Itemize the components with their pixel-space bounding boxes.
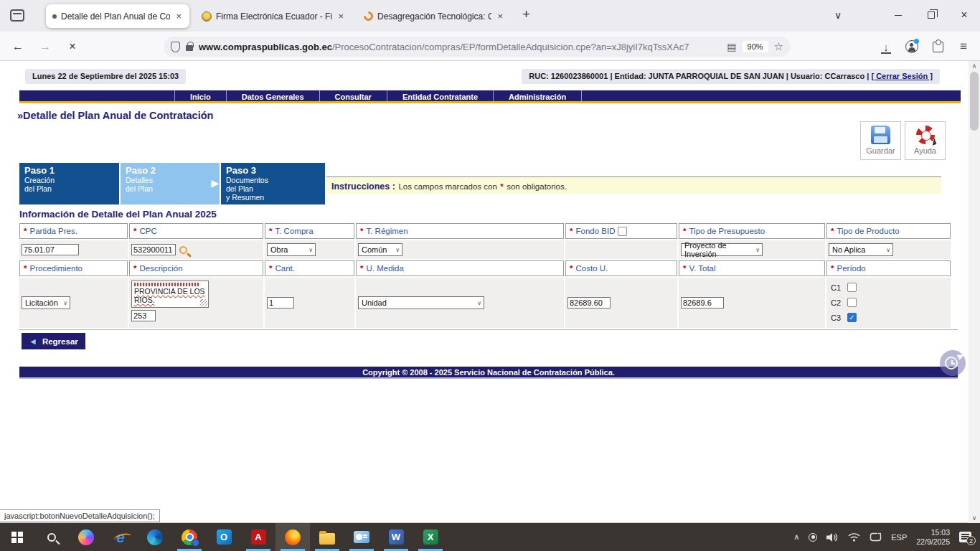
help-button[interactable]: Ayuda bbox=[905, 121, 946, 160]
hidden-icons-chevron-icon[interactable]: ∧ bbox=[793, 532, 799, 542]
wifi-icon[interactable] bbox=[848, 532, 860, 542]
tab-title: Firma Electrónica Ecuador - Firm bbox=[216, 11, 332, 22]
save-label: Guardar bbox=[866, 146, 895, 155]
address-bar[interactable]: www.compraspublicas.gob.ec/ProcesoContra… bbox=[164, 37, 791, 57]
taskbar-internet-explorer-button[interactable]: e bbox=[103, 523, 138, 551]
taskbar-report-app-button[interactable] bbox=[344, 523, 379, 551]
new-tab-button[interactable]: + bbox=[522, 6, 530, 22]
cell-vtotal bbox=[679, 278, 825, 328]
record-dot-icon[interactable] bbox=[809, 533, 817, 542]
scroll-up-icon[interactable]: ∧ bbox=[969, 62, 980, 70]
tab-desagregacion[interactable]: Desagregación Tecnológica: Cál × bbox=[357, 4, 511, 28]
url-text[interactable]: www.compraspublicas.gob.ec/ProcesoContra… bbox=[199, 42, 721, 52]
tpresupuesto-select[interactable]: Proyecto de Inversión∨ bbox=[681, 243, 763, 256]
header-label: U. Medida bbox=[366, 264, 403, 273]
taskbar-excel-button[interactable]: X bbox=[413, 523, 448, 551]
selected-value: Proyecto de Inversión bbox=[684, 241, 751, 258]
scrollbar-thumb[interactable] bbox=[970, 72, 979, 131]
c3-checkbox-checked[interactable]: ✓ bbox=[847, 313, 857, 322]
window-minimize-button[interactable]: ─ bbox=[882, 3, 914, 27]
tcompra-select[interactable]: Obra∨ bbox=[267, 243, 316, 256]
notifications-icon[interactable]: 2 bbox=[959, 532, 971, 542]
taskbar-edge-button[interactable] bbox=[138, 523, 172, 551]
window-restore-button[interactable] bbox=[915, 3, 947, 27]
nav-item-datos-generales[interactable]: Datos Generales bbox=[227, 90, 320, 101]
taskbar-copilot-button[interactable] bbox=[69, 523, 103, 551]
umedida-select[interactable]: Unidad∨ bbox=[358, 296, 484, 309]
step-3-box[interactable]: Paso 3 Documentos del Plan y Resumen bbox=[221, 163, 325, 204]
stop-loading-button[interactable]: × bbox=[63, 37, 82, 56]
tab-close-icon[interactable]: × bbox=[336, 11, 345, 22]
speaker-icon[interactable] bbox=[826, 532, 839, 542]
regresar-button[interactable]: ◄ Regresar bbox=[22, 333, 85, 349]
step-1-box[interactable]: Paso 1 Creación del Plan bbox=[19, 163, 119, 204]
firefox-view-icon[interactable] bbox=[10, 9, 24, 22]
page-title: »Detalle del Plan Anual de Contratación bbox=[17, 110, 213, 121]
header-label: Tipo de Presupuesto bbox=[689, 227, 765, 235]
taskbar-file-explorer-button[interactable] bbox=[310, 523, 344, 551]
language-indicator[interactable]: ESP bbox=[891, 533, 907, 542]
tracking-shield-icon[interactable] bbox=[171, 42, 180, 52]
list-all-tabs-icon[interactable]: ∨ bbox=[822, 3, 854, 27]
zoom-level-chip[interactable]: 90% bbox=[743, 41, 768, 52]
procedimiento-select[interactable]: Licitación∨ bbox=[22, 296, 70, 309]
tab-close-icon[interactable]: × bbox=[174, 11, 183, 22]
tproducto-select[interactable]: No Aplica∨ bbox=[829, 243, 893, 256]
cant-input[interactable] bbox=[267, 297, 294, 309]
partida-input[interactable] bbox=[22, 244, 79, 255]
costo-unitario-input[interactable] bbox=[567, 297, 611, 309]
tab-close-icon[interactable]: × bbox=[496, 11, 504, 22]
nav-item-administracion[interactable]: Administración bbox=[494, 90, 582, 101]
logout-link[interactable]: [ Cerrar Sesión ] bbox=[871, 72, 933, 80]
separator: | bbox=[786, 72, 788, 80]
window-close-button[interactable]: × bbox=[948, 3, 980, 27]
save-button[interactable]: Guardar bbox=[860, 121, 901, 160]
display-connect-icon[interactable] bbox=[870, 532, 882, 542]
tab-firma-electronica[interactable]: Firma Electrónica Ecuador - Firm × bbox=[195, 4, 352, 28]
hamburger-menu-icon[interactable]: ≡ bbox=[954, 38, 973, 55]
cpc-input[interactable] bbox=[131, 244, 176, 255]
required-asterisk: * bbox=[831, 264, 834, 273]
acrobat-icon: A bbox=[251, 529, 266, 545]
page-scrollbar[interactable]: ∧ ∨ bbox=[969, 61, 980, 523]
step-2-box-active[interactable]: Paso 2 Detalles del Plan ▶ bbox=[121, 163, 220, 204]
tab-detalle-plan[interactable]: Detalle del Plan Anual de Contr × bbox=[46, 4, 189, 28]
c2-checkbox[interactable] bbox=[847, 298, 857, 307]
taskbar-acrobat-button[interactable]: A bbox=[241, 523, 275, 551]
cpc-search-magnifier-icon[interactable] bbox=[179, 246, 187, 254]
header-partida: *Partida Pres. bbox=[19, 223, 128, 239]
search-icon bbox=[47, 533, 56, 542]
taskbar-word-button[interactable]: W bbox=[379, 523, 413, 551]
lock-icon[interactable] bbox=[186, 45, 193, 51]
extensions-puzzle-icon[interactable] bbox=[928, 38, 947, 55]
c1-checkbox[interactable] bbox=[847, 283, 857, 292]
nav-item-consultar[interactable]: Consultar bbox=[320, 90, 387, 101]
fondo-bid-checkbox[interactable] bbox=[618, 227, 627, 236]
account-icon[interactable] bbox=[903, 38, 921, 55]
tray-clock[interactable]: 15:0322/9/2025 bbox=[916, 528, 950, 547]
floating-clock-widget[interactable] bbox=[940, 350, 966, 376]
tregimen-select[interactable]: Común∨ bbox=[358, 243, 402, 256]
nav-item-inicio[interactable]: Inicio bbox=[174, 90, 227, 101]
valor-total-input[interactable] bbox=[681, 297, 724, 309]
downloads-icon[interactable]: ↓ bbox=[877, 38, 895, 55]
divider-line bbox=[19, 329, 958, 330]
descripcion-textarea[interactable]: PROVINCIA DE LOS RIOS. bbox=[131, 281, 209, 308]
required-asterisk: * bbox=[133, 264, 136, 273]
required-asterisk: * bbox=[360, 227, 363, 235]
taskbar-firefox-button-active[interactable] bbox=[275, 523, 310, 551]
nav-item-entidad-contratante[interactable]: Entidad Contratante bbox=[387, 90, 494, 101]
reader-mode-icon[interactable]: ▤ bbox=[727, 41, 736, 52]
bookmark-star-icon[interactable]: ☆ bbox=[774, 40, 783, 53]
start-button[interactable] bbox=[0, 523, 34, 551]
taskbar-search-button[interactable] bbox=[34, 523, 69, 551]
back-button[interactable]: ← bbox=[9, 37, 27, 56]
taskbar-chrome-button[interactable] bbox=[172, 523, 207, 551]
forward-button[interactable]: → bbox=[36, 37, 55, 56]
help-label: Ayuda bbox=[914, 146, 936, 155]
textarea-resize-handle-icon[interactable] bbox=[200, 299, 207, 306]
descripcion-extra-input[interactable] bbox=[131, 310, 156, 321]
puzzle-glyph bbox=[933, 42, 943, 52]
scroll-down-icon[interactable]: ∨ bbox=[969, 514, 980, 522]
taskbar-outlook-button[interactable]: O bbox=[207, 523, 241, 551]
